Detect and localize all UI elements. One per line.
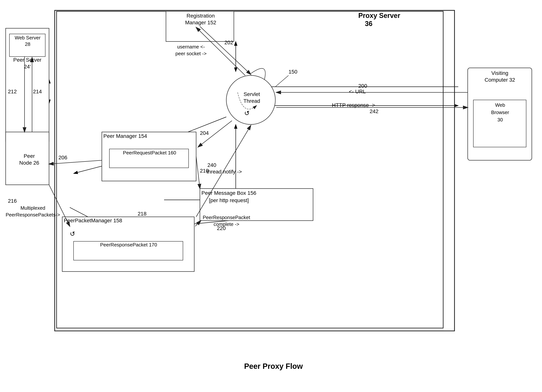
web-server-label: Web Server28 bbox=[10, 35, 45, 48]
proxy-server-number: 36 bbox=[365, 20, 373, 28]
peer-packet-manager-label: PeerPacketManager 158 bbox=[64, 218, 122, 224]
label-url: <- URL bbox=[349, 89, 366, 95]
peer-message-box-label: Peer Message Box 156[per http request] bbox=[201, 189, 256, 204]
label-username-peer-socket: username <-peer socket -> bbox=[175, 43, 206, 57]
diagram-svg bbox=[0, 0, 542, 392]
label-150: 150 bbox=[288, 69, 297, 75]
peer-server-label: Peer Server24' bbox=[7, 57, 48, 70]
label-212: 212 bbox=[8, 89, 17, 95]
svg-line-5 bbox=[74, 162, 117, 173]
svg-line-38 bbox=[49, 160, 102, 164]
svg-rect-19 bbox=[102, 132, 196, 181]
svg-rect-0 bbox=[57, 11, 443, 328]
label-242: 242 bbox=[370, 108, 379, 114]
label-multiplexed: MultiplexedPeerResponsePackets-> bbox=[6, 204, 60, 218]
label-216: 216 bbox=[8, 198, 17, 204]
servlet-thread-arrow: ↺ bbox=[244, 109, 249, 117]
label-202: 202 bbox=[224, 40, 233, 46]
peer-response-packet-label: PeerResponsePacket 170 bbox=[75, 242, 182, 248]
svg-line-37 bbox=[195, 221, 201, 226]
diagram-title: Peer Proxy Flow bbox=[207, 362, 339, 371]
peer-request-packet-label: PeerRequestPacket 160 bbox=[111, 150, 188, 156]
label-thread-notify: thread notify -> bbox=[206, 169, 242, 175]
label-206: 206 bbox=[59, 155, 67, 161]
svg-line-31 bbox=[275, 75, 288, 87]
visiting-computer-label: VisitingComputer 32 bbox=[469, 70, 531, 84]
proxy-server-label: Proxy Server bbox=[358, 12, 400, 20]
svg-line-35 bbox=[196, 156, 200, 188]
peer-node-label: PeerNode 26 bbox=[10, 153, 48, 166]
arrows-svg bbox=[0, 0, 542, 392]
label-218: 218 bbox=[138, 211, 146, 217]
svg-rect-16 bbox=[55, 10, 455, 331]
servlet-thread-label: ServletThread bbox=[239, 91, 264, 105]
registration-manager-label: RegistrationManager 152 bbox=[168, 12, 234, 26]
web-browser-label: WebBrowser30 bbox=[475, 102, 526, 124]
svg-line-4 bbox=[164, 117, 226, 141]
label-200: 200 bbox=[358, 83, 367, 89]
peer-packet-manager-arrow: ↺ bbox=[70, 230, 75, 238]
svg-line-29 bbox=[200, 27, 251, 75]
label-214: 214 bbox=[33, 89, 42, 95]
label-240: 240 bbox=[207, 162, 216, 168]
label-204: 204 bbox=[200, 130, 209, 136]
label-http-response: HTTP response -> bbox=[332, 102, 375, 108]
label-220: 220 bbox=[217, 225, 226, 231]
label-peer-response-complete: PeerResponsePacketcomplete -> bbox=[203, 214, 250, 228]
peer-manager-label: Peer Manager 154 bbox=[103, 133, 147, 139]
diagram: Proxy Server 36 RegistrationManager 152 … bbox=[0, 0, 542, 392]
